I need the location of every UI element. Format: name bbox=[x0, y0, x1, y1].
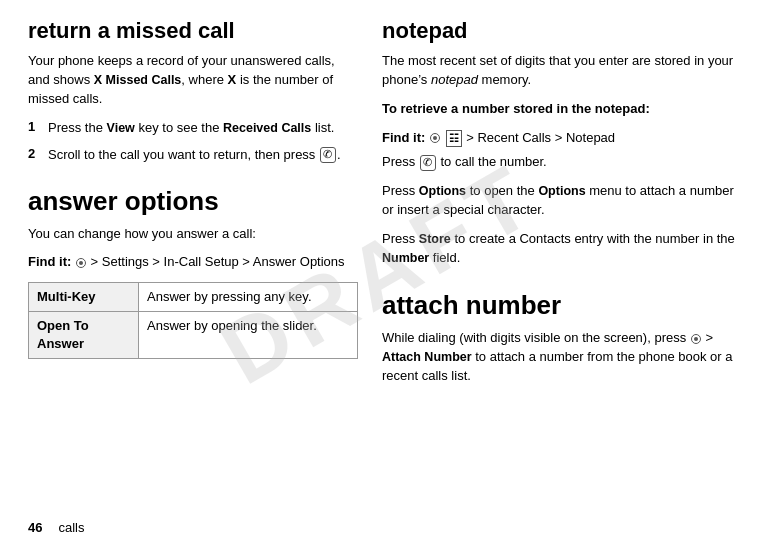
step-1: 1 Press the View key to see the Received… bbox=[28, 119, 358, 138]
notepad-title: notepad bbox=[382, 18, 737, 44]
footer: 46 calls bbox=[28, 520, 84, 535]
table-cell-value: Answer by pressing any key. bbox=[139, 282, 358, 311]
table-row: Open To Answer Answer by opening the sli… bbox=[29, 311, 358, 358]
left-column: return a missed call Your phone keeps a … bbox=[28, 18, 358, 535]
attach-number-title: attach number bbox=[382, 291, 737, 321]
received-calls-label: Received Calls bbox=[223, 121, 311, 135]
menu-icon: ☷ bbox=[446, 130, 462, 147]
options-key2: Options bbox=[538, 184, 585, 198]
section-attach-number: attach number While dialing (with digits… bbox=[382, 291, 737, 395]
section-answer-options: answer options You can change how you an… bbox=[28, 187, 358, 359]
table-cell-key: Multi-Key bbox=[29, 282, 139, 311]
right-column: notepad The most recent set of digits th… bbox=[382, 18, 737, 535]
press-options-line: Press Options to open the Options menu t… bbox=[382, 182, 737, 220]
intro2-text: , where bbox=[181, 72, 224, 87]
options-key: Options bbox=[419, 184, 466, 198]
press-call-line: Press ✆ to call the number. bbox=[382, 153, 737, 172]
retrieve-heading: To retrieve a number stored in the notep… bbox=[382, 100, 737, 119]
section-missed-call: return a missed call Your phone keeps a … bbox=[28, 18, 358, 173]
nav-dot-icon-3 bbox=[691, 334, 701, 344]
section-label: calls bbox=[58, 520, 84, 535]
table-cell-key: Open To Answer bbox=[29, 311, 139, 358]
attach-number-intro: While dialing (with digits visible on th… bbox=[382, 329, 737, 386]
notepad-intro: The most recent set of digits that you e… bbox=[382, 52, 737, 90]
store-key: Store bbox=[419, 232, 451, 246]
step-2: 2 Scroll to the call you want to return,… bbox=[28, 146, 358, 165]
step-2-text: Scroll to the call you want to return, t… bbox=[48, 146, 358, 165]
missed-call-title: return a missed call bbox=[28, 18, 358, 44]
answer-options-intro: You can change how you answer a call: bbox=[28, 225, 358, 244]
page-number: 46 bbox=[28, 520, 42, 535]
press-store-line: Press Store to create a Contacts entry w… bbox=[382, 230, 737, 268]
call-button-icon: ✆ bbox=[320, 147, 336, 163]
notepad-italic: notepad bbox=[431, 72, 478, 87]
attach-number-label: Attach Number bbox=[382, 350, 472, 364]
notepad-find-it: Find it: ☷ > Recent Calls > Notepad bbox=[382, 129, 737, 147]
answer-options-table: Multi-Key Answer by pressing any key. Op… bbox=[28, 282, 358, 360]
x-missed-calls-label: X Missed Calls bbox=[94, 73, 182, 87]
view-key: View bbox=[107, 121, 135, 135]
answer-options-find-it: Find it: > Settings > In-Call Setup > An… bbox=[28, 253, 358, 271]
nav-dot-icon-2 bbox=[430, 133, 440, 143]
section-notepad: notepad The most recent set of digits th… bbox=[382, 18, 737, 277]
missed-call-intro: Your phone keeps a record of your unansw… bbox=[28, 52, 358, 109]
step-2-num: 2 bbox=[28, 146, 42, 165]
nav-dot-icon bbox=[76, 258, 86, 268]
step-1-num: 1 bbox=[28, 119, 42, 138]
step-1-text: Press the View key to see the Received C… bbox=[48, 119, 358, 138]
page-container: return a missed call Your phone keeps a … bbox=[0, 0, 757, 547]
x-label: X bbox=[228, 72, 237, 87]
answer-options-title: answer options bbox=[28, 187, 358, 217]
call-icon-2: ✆ bbox=[420, 155, 436, 171]
table-cell-value: Answer by opening the slider. bbox=[139, 311, 358, 358]
table-row: Multi-Key Answer by pressing any key. bbox=[29, 282, 358, 311]
number-field: Number bbox=[382, 251, 429, 265]
